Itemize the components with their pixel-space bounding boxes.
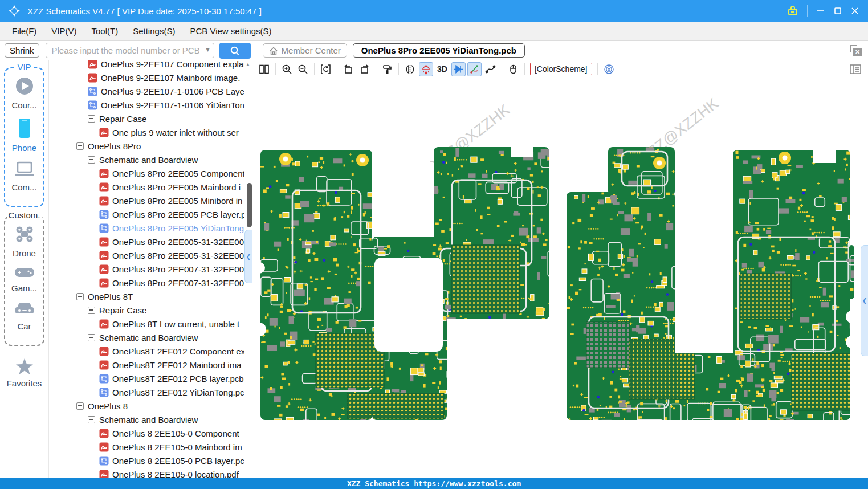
menu-item-1[interactable]: VIP(V) [44, 22, 84, 40]
sidebar-item-favorites[interactable]: Favorites [0, 358, 48, 388]
tree-item-label: OnePlus 8Pro 2EE005 Component [112, 169, 244, 178]
sidebar-item-phone[interactable]: Phone [5, 118, 43, 153]
sidebar-item-courses[interactable]: Cour... [5, 76, 43, 110]
tree-file-row[interactable]: OnePlus 8Pro 2EE005-31-32EE007 [49, 235, 244, 248]
shrink-button[interactable]: Shrink [5, 43, 39, 58]
sidebar-item-computer[interactable]: Com... [5, 161, 43, 192]
collapse-box-icon[interactable] [88, 307, 95, 314]
car-icon [14, 301, 35, 319]
3d-view-button[interactable]: 3D [435, 62, 450, 76]
sidebar-item-car[interactable]: Car [5, 301, 43, 331]
rotate-left-icon[interactable] [341, 62, 356, 76]
tree-file-row[interactable]: OnePlus 8Pro 2EE005 Mainbord i [49, 180, 244, 194]
tree-item-label: OnePlus 8Pro 2EE007-31-32EE007 [112, 264, 244, 274]
tree-file-row[interactable]: OnePlus 8Pro 2EE007-31-32EE007 [49, 276, 244, 290]
sidebar-item-drone[interactable]: Drone [5, 225, 43, 258]
tree-file-row[interactable]: OnePlus 8Pro 2EE005 Component [49, 166, 244, 180]
menu-item-3[interactable]: Settings(S) [125, 22, 182, 40]
tree-file-row[interactable]: OnePlus 9-2EE107-1-0106 PCB Layer [49, 84, 244, 98]
tree-file-row[interactable]: OnePlus 8 2EE105-0 location.pdf [49, 467, 244, 478]
collapse-box-icon[interactable] [88, 115, 95, 123]
tree-file-row[interactable]: OnePlus 8Pro 2EE005 Minibord in [49, 194, 244, 207]
tree-file-row[interactable]: OnePlus 8Pro 2EE005 PCB layer.p [49, 207, 244, 221]
mouse-icon[interactable] [506, 62, 520, 76]
close-all-tabs-icon[interactable]: ✕ [850, 45, 862, 56]
sidebar-item-label: Car [17, 321, 31, 331]
search-button[interactable] [219, 43, 251, 59]
tree-file-row[interactable]: OnePlus8T 2EF012 YiDianTong.pc [49, 385, 244, 399]
tree-collapse-handle[interactable]: ❮ [244, 230, 252, 283]
split-view-icon[interactable] [257, 62, 271, 76]
collapse-box-icon[interactable] [76, 402, 84, 410]
tree-file-row[interactable]: OnePlus8T 2EF012 Component ex [49, 344, 244, 358]
tree-group-row[interactable]: OnePlus 8 [49, 399, 244, 413]
color-rings-icon[interactable] [602, 62, 616, 76]
tree-file-row[interactable]: OnePlus 8T Low current, unable t [49, 317, 244, 331]
scroll-up-arrow[interactable]: ▲ [245, 62, 251, 67]
tree-file-row[interactable]: One plus 9 water inlet without ser [49, 125, 244, 139]
tree-file-row[interactable]: OnePlus 9-2EE107 Component explan [49, 60, 244, 71]
tree-group-row[interactable]: Schematic and Boardview [49, 153, 244, 166]
close-button[interactable] [846, 3, 863, 18]
member-center-button[interactable]: Member Center [263, 43, 347, 58]
tree-item-label: OnePlus 8Pro 2EE005 Mainbord i [112, 182, 241, 192]
tree-item-label: Schematic and Boardview [99, 415, 198, 425]
tree-file-row[interactable]: OnePlus 8 2EE105-0 Mainbord im [49, 440, 244, 454]
status-text: XZZ Schematics https://www.xzztools.com [347, 479, 521, 488]
active-pcb-tab[interactable]: OnePlus 8Pro 2EE005 YiDianTong.pcb [353, 43, 525, 58]
minimize-button[interactable] [812, 3, 829, 18]
tree-file-row[interactable]: OnePlus 8Pro 2EE005-31-32EE007 [49, 248, 244, 262]
tree-file-row[interactable]: OnePlus8T 2EF012 PCB layer.pcb [49, 372, 244, 385]
tree-item-label: OnePlus 9-2EE107-1-0106 YiDianTon [101, 100, 244, 110]
rotate-right-icon[interactable] [357, 62, 372, 76]
tree-file-row[interactable]: OnePlus 9-2EE107-1-0106 YiDianTon [49, 98, 244, 112]
measure-icon[interactable] [467, 62, 482, 76]
lamp-icon[interactable] [419, 62, 433, 76]
pcb-canvas[interactable]: XZZ@XZZHKXZZ@XZZHK [252, 78, 868, 478]
maximize-button[interactable] [829, 3, 846, 18]
tree-group-row[interactable]: Repair Case [49, 303, 244, 317]
pcb-file-icon [88, 100, 97, 110]
tree-group-row[interactable]: OnePlus 8T [49, 290, 244, 303]
tree-file-row[interactable]: OnePlus 8Pro 2EE005 YiDianTong [49, 221, 244, 235]
diode-icon[interactable] [451, 62, 466, 76]
layers-panel-toggle-icon[interactable] [850, 64, 861, 74]
tree-file-row[interactable]: OnePlus 8 2EE105-0 PCB layer.pcb [49, 454, 244, 467]
toolbar-separator [337, 63, 337, 75]
rotate-select-icon[interactable] [319, 62, 333, 76]
collapse-box-icon[interactable] [76, 293, 84, 300]
menu-item-0[interactable]: File(F) [5, 22, 44, 40]
tree-group-row[interactable]: OnePlus 8Pro [49, 139, 244, 153]
zoom-in-icon[interactable] [280, 62, 294, 76]
right-panel-collapse-handle[interactable]: ❮ [861, 245, 868, 356]
drone-icon [14, 225, 35, 246]
tree-file-row[interactable]: OnePlus 8Pro 2EE007-31-32EE007 [49, 262, 244, 276]
tree-item-label: OnePlus8T 2EF012 YiDianTong.pc [112, 388, 244, 397]
app-logo-icon [8, 5, 21, 17]
sidebar-item-game[interactable]: Gam... [5, 266, 43, 293]
tree-file-row[interactable]: OnePlus8T 2EF012 Mainbord ima [49, 358, 244, 372]
tree-scrollbar-thumb[interactable] [247, 183, 252, 227]
tree-item-label: OnePlus 8Pro 2EE005-31-32EE007 [112, 237, 244, 247]
tree-item-label: Repair Case [99, 305, 146, 315]
tree-item-label: OnePlus 8 [88, 401, 128, 411]
tree-file-row[interactable]: OnePlus 8 2EE105-0 Component [49, 426, 244, 440]
collapse-box-icon[interactable] [88, 156, 95, 164]
tree-group-row[interactable]: Repair Case [49, 112, 244, 125]
colorscheme-button[interactable]: [ColorScheme] [530, 63, 592, 75]
vip-lock-icon[interactable] [787, 5, 799, 17]
tree-group-row[interactable]: Schematic and Boardview [49, 331, 244, 344]
paint-roller-icon[interactable] [380, 62, 394, 76]
menu-item-4[interactable]: PCB View settings(S) [182, 22, 279, 40]
tree-group-row[interactable]: Schematic and Boardview [49, 413, 244, 426]
zoom-out-icon[interactable] [296, 62, 310, 76]
search-input[interactable] [46, 43, 214, 58]
menu-item-2[interactable]: Tool(T) [84, 22, 126, 40]
chevron-down-icon[interactable]: ▾ [206, 46, 210, 54]
collapse-box-icon[interactable] [88, 416, 95, 423]
mirror-flip-icon[interactable] [403, 62, 417, 76]
collapse-box-icon[interactable] [88, 334, 95, 341]
collapse-box-icon[interactable] [76, 142, 84, 150]
tree-file-row[interactable]: OnePlus 9-2EE107 Mainbord image. [49, 71, 244, 84]
curve-icon[interactable] [483, 62, 498, 76]
